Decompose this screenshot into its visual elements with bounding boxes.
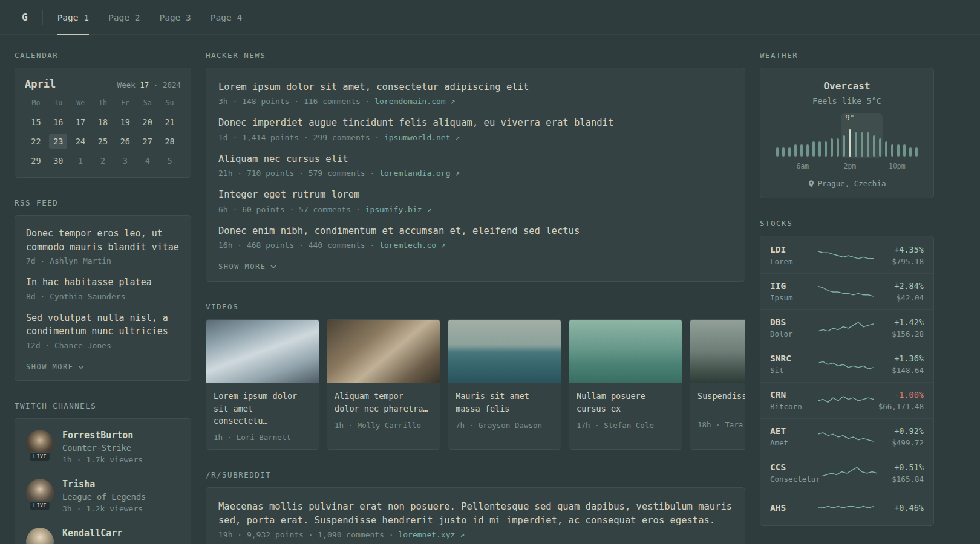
tab-page-1[interactable]: Page 1 (57, 0, 89, 34)
subreddit-item-title[interactable]: Maecenas mollis pulvinar erat non posuer… (218, 500, 733, 527)
item-meta-text: 1d · 1,414 points · 299 comments · (218, 133, 384, 142)
twitch-channel[interactable]: LIVEKendallCarr (26, 528, 180, 544)
video-card[interactable]: Nullam posuere cursus ex17h · Stefan Col… (569, 319, 682, 450)
temperature-bar (812, 141, 815, 157)
hackernews-item-title[interactable]: Integer eget rutrum lorem (218, 188, 733, 201)
weather-feels-like: Feels like 5°C (773, 96, 921, 106)
hackernews-item-meta: 6h · 60 points · 57 comments · ipsumify.… (218, 205, 733, 214)
stock-row[interactable]: CRNBitcorn-1.00%$66,171.48 (760, 382, 933, 418)
rss-item-title[interactable]: In hac habitasse platea (26, 276, 180, 290)
hackernews-item-title[interactable]: Donec enim nibh, condimentum et accumsan… (218, 224, 733, 238)
temperature-bar (915, 147, 918, 157)
hour-label: 6am (796, 162, 809, 170)
sparkline-chart (817, 247, 875, 265)
stock-ticker: AHS (770, 503, 817, 513)
rss-item-title[interactable]: Sed volutpat nulla nisl, a condimentum n… (26, 311, 180, 338)
calendar-grid: MoTuWeThFrSaSu15161718192021222324252627… (25, 99, 181, 169)
calendar-day: 20 (139, 114, 157, 130)
hackernews-item-domain-link[interactable]: loremlandia.org ↗ (379, 169, 460, 178)
show-more-label: SHOW MORE (218, 262, 266, 271)
hackernews-item-title[interactable]: Aliquam nec cursus elit (218, 152, 733, 166)
stock-price: $66,171.48 (875, 402, 924, 411)
calendar-day: 22 (27, 134, 45, 149)
temperature-bar (873, 135, 875, 157)
temperature-bar (825, 141, 827, 157)
right-column: WEATHER Overcast Feels like 5°C 9° 6am2p… (760, 51, 934, 544)
video-card[interactable]: Lorem ipsum dolor sit amet consectetu…1h… (206, 319, 319, 450)
stock-row[interactable]: AETAmet+0.92%$499.72 (760, 418, 933, 455)
temperature-label: 9° (845, 113, 854, 122)
item-meta-text: 6h · 60 points · 57 comments · (218, 205, 365, 214)
tab-page-2[interactable]: Page 2 (108, 0, 140, 34)
temperature-bar (831, 138, 833, 157)
temperature-bar (909, 147, 912, 157)
stock-change: +0.46% (875, 503, 924, 513)
hackernews-item-domain-link[interactable]: loremdomain.com ↗ (374, 97, 455, 106)
hackernews-item-title[interactable]: Lorem ipsum dolor sit amet, consectetur … (218, 80, 733, 94)
tab-page-3[interactable]: Page 3 (159, 0, 191, 34)
temperature-bar (776, 147, 779, 157)
tab-page-4[interactable]: Page 4 (211, 0, 242, 34)
temperature-bar (903, 144, 906, 157)
video-card-body: Nullam posuere cursus ex17h · Stefan Col… (569, 383, 682, 449)
weather-condition: Overcast (773, 80, 921, 92)
stock-row[interactable]: LDILorem+4.35%$795.18 (760, 238, 933, 273)
week-number: 17 (140, 80, 149, 89)
stocks-section-title: STOCKS (760, 219, 934, 228)
twitch-channel[interactable]: LIVEForrestBurtonCounter-Strike1h · 1.7k… (26, 430, 180, 464)
rss-show-more-button[interactable]: SHOW MORE (26, 363, 84, 371)
stock-change: -1.00% (875, 390, 924, 400)
calendar-day: 19 (116, 114, 134, 130)
rss-item-title[interactable]: Donec tempor eros leo, ut commodo mauris… (26, 227, 180, 254)
video-meta: 18h · Tara (697, 420, 745, 429)
hackernews-item-domain-link[interactable]: ipsumworld.net ↗ (384, 133, 460, 142)
hackernews-item-title[interactable]: Donec imperdiet augue tincidunt felis al… (218, 116, 733, 129)
hackernews-card: Lorem ipsum dolor sit amet, consectetur … (206, 68, 745, 282)
hackernews-item: Integer eget rutrum lorem6h · 60 points … (218, 188, 733, 213)
sparkline-chart (817, 428, 875, 446)
stock-ticker: SNRC (770, 354, 817, 363)
stock-row[interactable]: DBSDolor+1.42%$156.28 (760, 309, 933, 346)
calendar-day: 16 (49, 114, 67, 130)
stock-id: AETAmet (770, 426, 817, 447)
videos-section-title: VIDEOS (206, 302, 745, 311)
external-link-icon: ↗ (451, 97, 456, 106)
chevron-down-icon (78, 365, 84, 369)
stock-row[interactable]: IIGIpsum+2.84%$42.04 (760, 273, 933, 309)
hackernews-list: Lorem ipsum dolor sit amet, consectetur … (218, 80, 733, 250)
rss-item: Donec tempor eros leo, ut commodo mauris… (26, 227, 180, 265)
hour-label: 2pm (843, 162, 856, 170)
temperature-bars (776, 125, 918, 157)
hackernews-item-domain-link[interactable]: loremtech.co ↗ (379, 241, 446, 250)
calendar-day: 3 (116, 153, 134, 169)
video-card[interactable]: Mauris sit amet massa felis7h · Grayson … (448, 319, 561, 450)
calendar-day: 23 (49, 134, 67, 149)
weather-hour-axis: 6am2pm10pm (776, 162, 918, 171)
calendar-day: 5 (161, 153, 179, 169)
twitch-channel[interactable]: LIVETrishaLeague of Legends3h · 1.2k vie… (26, 479, 180, 513)
stock-name: Consectetur (770, 474, 820, 484)
stock-change: +4.35% (875, 245, 924, 254)
hackernews-item-meta: 16h · 468 points · 440 comments · loremt… (218, 241, 733, 250)
channel-name: KendallCarr (62, 528, 122, 539)
temperature-bar (849, 129, 851, 157)
hackernews-item-domain-link[interactable]: ipsumify.biz ↗ (365, 205, 432, 214)
logo[interactable]: G (15, 0, 42, 34)
stock-sparkline (817, 355, 875, 374)
channel-name: ForrestBurton (62, 430, 143, 441)
hackernews-show-more-button[interactable]: SHOW MORE (218, 262, 276, 271)
stock-ticker: DBS (770, 317, 817, 327)
stock-row[interactable]: AHS+0.46% (760, 491, 933, 524)
subreddit-item-domain-link[interactable]: loremnet.xyz ↗ (398, 530, 465, 539)
calendar-day: 15 (27, 114, 45, 130)
video-meta: 17h · Stefan Cole (577, 421, 675, 430)
temperature-bar (806, 144, 809, 157)
stock-id: CCSConsectetur (770, 462, 820, 484)
video-card[interactable]: Suspendisse diam18h · Tara (690, 319, 745, 450)
top-navbar: G Page 1 Page 2 Page 3 Page 4 (0, 0, 980, 35)
stock-row[interactable]: SNRCSit+1.36%$148.64 (760, 346, 933, 382)
video-card[interactable]: Aliquam tempor dolor nec pharetra…1h · M… (327, 319, 440, 450)
stocks-card: LDILorem+4.35%$795.18IIGIpsum+2.84%$42.0… (760, 236, 934, 526)
stock-row[interactable]: CCSConsectetur+0.51%$165.84 (760, 455, 933, 491)
stock-ticker: CRN (770, 390, 817, 400)
